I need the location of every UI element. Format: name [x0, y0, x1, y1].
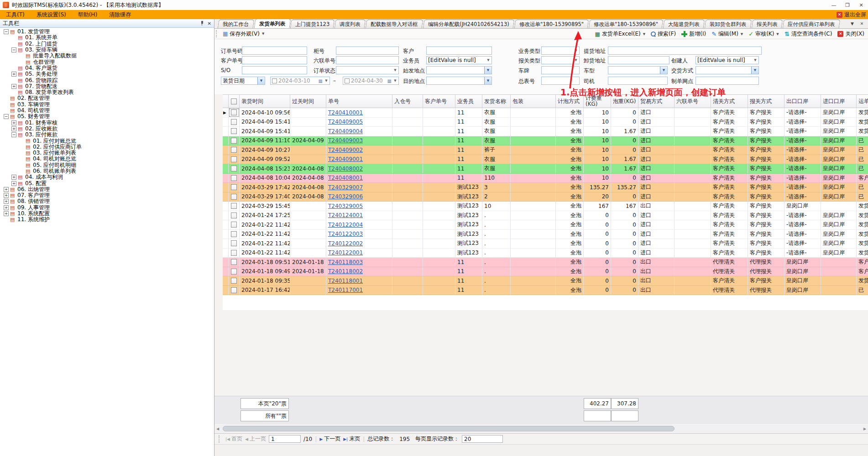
plate-field[interactable] — [541, 66, 580, 74]
table-row[interactable]: 2024-01-18 09:512024-01-18T24011800311.全… — [223, 258, 868, 267]
order-link[interactable]: T240117001 — [328, 287, 363, 293]
expand-icon[interactable]: + — [11, 175, 16, 180]
table-row[interactable]: 2024-01-22 11:42T240122001测试123.全泡00进口客户… — [223, 249, 868, 258]
row-checkbox[interactable] — [231, 194, 237, 200]
row-checkbox[interactable] — [231, 212, 237, 218]
row-checkbox[interactable] — [231, 259, 237, 265]
sidebar-close-icon[interactable]: ✕ — [208, 21, 211, 26]
row-checkbox[interactable] — [231, 240, 237, 246]
order-link[interactable]: T240409004 — [328, 128, 363, 135]
cabinet_no-field[interactable] — [336, 47, 399, 55]
tab-9[interactable]: 装卸货仓群列表 — [705, 20, 752, 28]
table-row[interactable]: 2024-04-08 10:042024-04-08T2404080011111… — [223, 174, 868, 183]
six_no-field[interactable] — [336, 56, 399, 64]
salesman-field[interactable]: [EditValue is null]▼ — [426, 56, 492, 64]
page-number-input[interactable]: 1 — [269, 435, 301, 443]
tab-10[interactable]: 报关列表 — [751, 20, 783, 28]
table-row[interactable]: 2024-01-22 11:42T240122003测试123.全泡00进口客户… — [223, 230, 868, 239]
column-header-goods_name[interactable]: 发货名称 — [482, 95, 511, 108]
table-row[interactable]: 2024-04-09 10:27T24040900211裤子全泡100进口客户清… — [223, 145, 868, 155]
dropdown-button[interactable]: ▼ — [484, 77, 492, 84]
pin-icon[interactable] — [200, 21, 204, 26]
cust_no-input[interactable] — [242, 57, 307, 64]
row-checkbox[interactable] — [231, 128, 237, 134]
order-link[interactable]: T240329007 — [328, 184, 363, 191]
expand-icon[interactable]: + — [4, 211, 9, 216]
order-link[interactable]: T240118001 — [328, 278, 363, 284]
tab-1[interactable]: 发货单列表 — [254, 19, 290, 28]
so-field[interactable] — [242, 66, 307, 74]
driver-field[interactable] — [608, 77, 668, 85]
last-page-button[interactable]: ▶| 末页 — [343, 435, 360, 443]
tab-11[interactable]: 应付供应商订单列表 — [782, 20, 840, 28]
table-row[interactable]: 2024-04-09 15:41T24040900411衣服全泡101.67进口… — [223, 127, 868, 136]
order-link[interactable]: T240118002 — [328, 268, 363, 275]
dropdown-button[interactable]: ▼ — [257, 77, 265, 84]
row-checkbox[interactable] — [231, 287, 237, 293]
audit-button[interactable]: ✓审核(K)▼ — [746, 29, 782, 39]
table-row[interactable]: 2024-03-29 17:402024-04-08T240329006测试12… — [223, 192, 868, 202]
date_from-field[interactable]: 2024-03-10▦▼ — [270, 77, 330, 85]
expand-icon[interactable]: + — [4, 193, 9, 198]
master_no-field[interactable] — [541, 77, 580, 85]
tab-3[interactable]: 调度列表 — [335, 20, 366, 28]
order-link[interactable]: T240118003 — [328, 259, 363, 265]
cabinet_no-input[interactable] — [336, 47, 398, 54]
order-link[interactable]: T240409003 — [328, 137, 363, 144]
prev-page-button[interactable]: ◀ 上一页 — [245, 435, 266, 443]
column-header-pass_time[interactable]: 过关时间 — [290, 95, 326, 108]
tab-0[interactable]: 我的工作台 — [218, 20, 254, 28]
order-link[interactable]: T240122004 — [328, 222, 363, 228]
order-link[interactable]: T240122001 — [328, 249, 363, 256]
cust_no-field[interactable] — [242, 56, 307, 64]
order-link[interactable]: T240122002 — [328, 240, 363, 247]
customer-input[interactable] — [427, 47, 492, 54]
row-checkbox[interactable] — [231, 138, 237, 144]
expand-icon[interactable]: + — [4, 205, 9, 210]
so-input[interactable] — [242, 67, 307, 74]
make_site-field[interactable] — [695, 77, 759, 85]
pickup_addr-input[interactable] — [608, 47, 761, 54]
order-link[interactable]: T240409002 — [328, 147, 363, 153]
next-page-button[interactable]: ▶ 下一页 — [319, 435, 340, 443]
row-checkbox[interactable] — [231, 156, 237, 162]
column-header-waybill[interactable]: 运单 — [857, 95, 868, 108]
unload_addr-input[interactable] — [608, 57, 669, 64]
table-row[interactable]: 2024-03-29 17:422024-04-08T240329007测试12… — [223, 183, 868, 192]
menu-item-0[interactable]: 工具(T) — [0, 10, 31, 19]
menu-item-2[interactable]: 帮助(H) — [72, 10, 103, 19]
scroll-right-icon[interactable]: ▶ — [862, 427, 868, 431]
make_site-input[interactable] — [696, 77, 758, 84]
close-button[interactable]: ✕ — [854, 0, 868, 10]
row-checkbox[interactable] — [231, 250, 237, 256]
dest-field[interactable]: ▼ — [426, 77, 492, 85]
tab-5[interactable]: 编辑分单配载(JH240102654213) — [423, 20, 514, 28]
table-row[interactable]: 2024-03-29 15:45T240329005测试12310全泡16716… — [223, 202, 868, 211]
order_status-field[interactable]: ▼ — [336, 66, 399, 74]
tab-8[interactable]: 大陆退货列表 — [663, 20, 705, 28]
table-row[interactable]: 2024-04-09 09:52T24040900111衣服全泡101.67进口… — [223, 155, 868, 165]
first-page-button[interactable]: |◀ 首页 — [225, 435, 242, 443]
table-row[interactable]: 2024-01-22 11:42T240122002测试123.全泡00进口客户… — [223, 239, 868, 249]
row-checkbox[interactable] — [231, 175, 237, 181]
clear-button[interactable]: ⇅清空查询条件(C) — [782, 29, 835, 39]
vehicle_type-field[interactable]: ▼ — [608, 66, 668, 74]
dropdown-button[interactable]: ▼ — [484, 67, 492, 74]
column-header-declare_mode[interactable]: 报关方式 — [748, 95, 784, 108]
table-row[interactable]: 2024-01-18 09:35T24011800111.全泡00出口客户清关客… — [223, 276, 868, 286]
row-checkbox[interactable] — [231, 278, 237, 284]
expand-icon[interactable]: + — [11, 84, 16, 89]
table-row[interactable]: 2024-01-22 11:42T240122004测试123.全泡00进口客户… — [223, 220, 868, 230]
row-checkbox[interactable] — [231, 166, 237, 171]
collapse-icon[interactable]: − — [4, 114, 9, 119]
column-header-salesman[interactable]: 业务员 — [455, 95, 482, 108]
menu-item-3[interactable]: 清除缓存 — [103, 10, 137, 19]
load_date-field[interactable]: 装货日期▼ — [221, 77, 265, 85]
pickup_addr-field[interactable] — [608, 47, 762, 55]
dropdown-button[interactable]: ▼ — [660, 67, 667, 74]
table-row[interactable]: ▶2024-04-10 09:56T24041000111衣服全泡100进口客户… — [223, 108, 868, 118]
order-link[interactable]: T240408002 — [328, 166, 363, 172]
tab-7[interactable]: 修改运单"180-15390896" — [588, 20, 663, 28]
column-header-import_port[interactable]: 进口口岸 — [821, 95, 857, 108]
table-row[interactable]: 2024-01-24 17:25T240124001测试123.全泡00进口客户… — [223, 211, 868, 221]
